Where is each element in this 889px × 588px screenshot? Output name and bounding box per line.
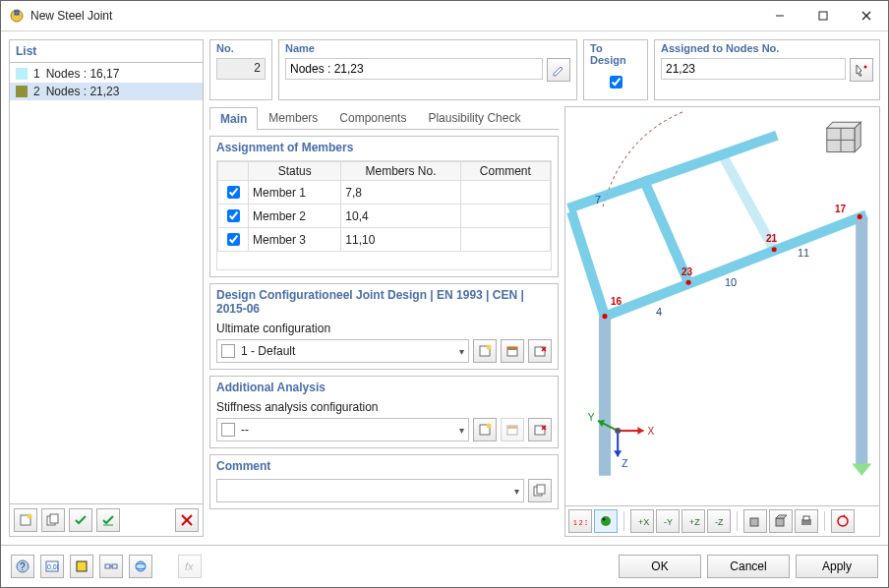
reset-view-button[interactable]	[831, 509, 855, 533]
svg-point-46	[772, 247, 777, 252]
svg-line-28	[542, 426, 546, 430]
table-row[interactable]: Member 1 7,8	[218, 181, 551, 205]
svg-rect-75	[77, 561, 87, 571]
svg-line-37	[605, 216, 861, 316]
svg-rect-29	[534, 487, 542, 496]
members-table[interactable]: Status Members No. Comment Member 1 7,8 …	[217, 161, 551, 252]
list-item[interactable]: 1 Nodes : 16,17	[10, 65, 203, 83]
svg-line-11	[182, 515, 192, 525]
svg-point-79	[136, 561, 146, 571]
iso-cube-button[interactable]	[769, 509, 793, 533]
delete-joint-button[interactable]	[175, 508, 199, 532]
cancel-button[interactable]: Cancel	[707, 555, 790, 578]
view-y-button[interactable]: -Y	[656, 509, 680, 533]
svg-marker-33	[855, 122, 860, 151]
stiff-remove-button[interactable]	[528, 418, 552, 441]
svg-line-5	[862, 12, 870, 20]
members-panel-title: Assignment of Members	[210, 137, 558, 158]
svg-line-27	[542, 426, 546, 430]
to-design-checkbox[interactable]	[610, 76, 622, 88]
globe-button[interactable]	[129, 555, 152, 578]
table-row[interactable]: Member 3 11,10	[218, 228, 551, 252]
tab-members[interactable]: Members	[258, 106, 328, 129]
node-label: 17	[835, 204, 846, 214]
member-checkbox[interactable]	[227, 233, 240, 246]
ultimate-cfg-dropdown[interactable]: 1 - Default ▾	[216, 339, 469, 363]
name-field: Name	[278, 39, 577, 100]
units-button[interactable]: 0,00	[40, 555, 64, 578]
view-numbers-button[interactable]: 1 2 3	[568, 509, 592, 533]
svg-line-13	[561, 67, 563, 69]
tab-plausibility-check[interactable]: Plausibility Check	[417, 106, 531, 129]
window-title: New Steel Joint	[30, 9, 758, 23]
svg-marker-49	[637, 427, 643, 435]
svg-rect-9	[50, 514, 58, 523]
member-checkbox[interactable]	[227, 209, 240, 222]
assigned-nodes-input[interactable]	[661, 58, 846, 80]
svg-text:?: ?	[20, 561, 26, 572]
app-icon	[9, 8, 25, 24]
name-input[interactable]	[285, 58, 543, 80]
svg-point-14	[864, 66, 867, 69]
svg-point-70	[838, 516, 848, 526]
copy-joint-button[interactable]	[41, 508, 65, 532]
tab-main[interactable]: Main	[209, 107, 258, 130]
cfg-remove-button[interactable]	[528, 339, 552, 363]
dialog-footer: ? 0,00 fx OK Cancel Apply	[1, 545, 888, 587]
uncheck-all-button[interactable]	[96, 508, 120, 532]
member-label: 11	[798, 247, 809, 259]
table-row[interactable]: Member 2 10,4	[218, 205, 551, 228]
stiffness-cfg-dropdown[interactable]: -- ▾	[216, 418, 469, 441]
iso-view-button[interactable]	[743, 509, 767, 533]
stiff-library-button	[501, 418, 524, 441]
svg-text:fx: fx	[185, 560, 194, 572]
svg-rect-19	[535, 347, 545, 356]
view-x-button[interactable]: +X	[630, 509, 654, 533]
tab-components[interactable]: Components	[328, 106, 417, 129]
svg-point-54	[615, 428, 621, 434]
ok-button[interactable]: OK	[619, 555, 701, 578]
list-items[interactable]: 1 Nodes : 16,17 2 Nodes : 21,23	[10, 63, 203, 503]
apply-button[interactable]: Apply	[796, 555, 878, 578]
view-z-button[interactable]: +Z	[682, 509, 705, 533]
maximize-button[interactable]	[801, 1, 845, 30]
color-swatch	[16, 68, 28, 80]
edit-name-button[interactable]	[547, 58, 570, 82]
svg-point-59	[601, 516, 611, 526]
list-item[interactable]: 2 Nodes : 21,23	[10, 83, 203, 100]
svg-point-23	[487, 424, 492, 429]
node-label: 23	[682, 266, 692, 277]
svg-rect-77	[112, 564, 117, 568]
comment-dropdown[interactable]: ▾	[216, 479, 524, 502]
svg-marker-67	[776, 515, 787, 518]
comment-copy-button[interactable]	[528, 479, 552, 502]
svg-text:0,00: 0,00	[47, 563, 59, 570]
svg-rect-18	[507, 347, 517, 350]
svg-rect-1	[15, 11, 19, 15]
cfg-library-button[interactable]	[501, 339, 524, 363]
view-neg-z-button[interactable]: -Z	[707, 509, 731, 533]
member-checkbox[interactable]	[227, 186, 240, 199]
link-button[interactable]	[99, 555, 123, 578]
pick-nodes-button[interactable]	[850, 58, 873, 82]
node-label: 21	[766, 233, 777, 244]
node-label: 16	[611, 296, 622, 307]
svg-rect-6	[21, 515, 30, 525]
titlebar: New Steel Joint	[1, 1, 888, 31]
new-joint-button[interactable]	[14, 508, 37, 532]
svg-rect-15	[480, 346, 490, 356]
check-all-button[interactable]	[69, 508, 92, 532]
minimize-button[interactable]	[758, 1, 801, 30]
close-button[interactable]	[845, 1, 888, 30]
svg-point-7	[28, 514, 32, 519]
stiff-new-button[interactable]	[473, 418, 497, 441]
svg-text:Z: Z	[622, 458, 627, 469]
model-canvas[interactable]: X Y Z 16232117741011	[565, 107, 879, 505]
list-panel: List 1 Nodes : 16,17 2 Nodes : 21,23	[9, 39, 204, 537]
view-render-button[interactable]	[594, 509, 618, 533]
color-button[interactable]	[70, 555, 93, 578]
help-button[interactable]: ?	[11, 555, 34, 578]
print-view-button[interactable]	[795, 509, 818, 533]
list-label: List	[10, 40, 203, 63]
cfg-new-button[interactable]	[473, 339, 497, 363]
